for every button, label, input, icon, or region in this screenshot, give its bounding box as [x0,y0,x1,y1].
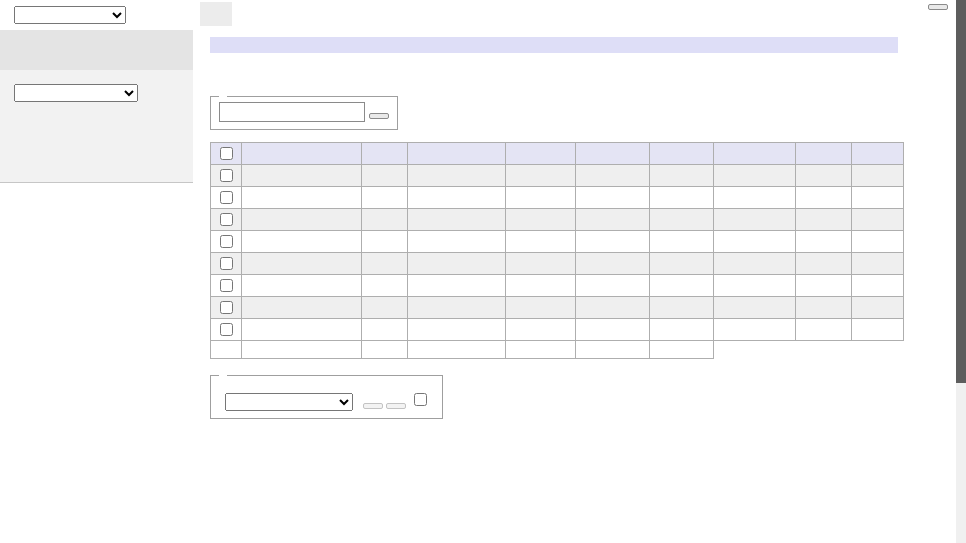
table-row [211,187,904,209]
data-free-cell [650,231,714,253]
data-free-cell [650,165,714,187]
auto-increment-cell [714,297,796,319]
comment-cell [852,165,904,187]
column-header [714,143,796,165]
column-header [362,143,408,165]
data-free-cell [650,187,714,209]
sidebar-main-links [10,118,183,158]
scrollbar-thumb[interactable] [956,0,966,383]
table-row [211,209,904,231]
rows-count-cell [796,253,852,275]
data-length-cell [506,231,576,253]
engine-cell [362,187,408,209]
row-checkbox-cell [211,187,242,209]
collation-cell [408,165,506,187]
data-free-cell [650,209,714,231]
table-row [211,319,904,341]
column-header [408,143,506,165]
auto-increment-cell [714,275,796,297]
row-checkbox[interactable] [220,323,233,336]
column-header [242,143,362,165]
comment-cell [852,209,904,231]
table-row [211,253,904,275]
data-length-cell [506,253,576,275]
column-header [506,143,576,165]
total-engine-cell [362,341,408,359]
row-checkbox[interactable] [220,191,233,204]
db-selector-row [0,70,193,106]
row-checkbox[interactable] [220,279,233,292]
comment-cell [852,231,904,253]
row-checkbox[interactable] [220,257,233,270]
total-collation-cell [408,341,506,359]
index-length-cell [576,319,650,341]
total-row [211,341,904,359]
rows-count-cell [796,209,852,231]
selected-fieldset [210,375,443,419]
engine-cell [362,275,408,297]
search-input[interactable] [219,102,365,122]
data-free-cell [650,297,714,319]
index-length-cell [576,253,650,275]
table-row [211,165,904,187]
auto-increment-cell [714,253,796,275]
vertical-scrollbar[interactable] [956,0,966,543]
row-checkbox[interactable] [220,169,233,182]
tables-overview-table [210,142,904,359]
index-length-cell [576,231,650,253]
rows-count-cell [796,165,852,187]
overwrite-checkbox[interactable] [414,393,427,406]
row-checkbox[interactable] [220,235,233,248]
row-checkbox-cell [211,165,242,187]
comment-cell [852,297,904,319]
engine-cell [362,209,408,231]
column-header [796,143,852,165]
tables-table-foot [211,341,904,359]
row-checkbox[interactable] [220,301,233,314]
data-free-cell [650,275,714,297]
collation-cell [408,319,506,341]
row-checkbox-cell [211,275,242,297]
index-length-cell [576,297,650,319]
comment-cell [852,275,904,297]
table-name-cell [242,297,362,319]
total-data-length-cell [506,341,576,359]
row-checkbox-cell [211,231,242,253]
total-empty-cell [714,341,904,359]
total-checkbox-cell [211,341,242,359]
engine-cell [362,231,408,253]
search-button[interactable] [369,113,389,119]
table-name-cell [242,275,362,297]
index-length-cell [576,209,650,231]
logout-button[interactable] [928,4,948,10]
data-length-cell [506,209,576,231]
adminer-logo [0,30,193,70]
rows-count-cell [796,231,852,253]
move-button[interactable] [363,403,383,409]
move-database-select[interactable] [225,393,353,411]
row-checkbox[interactable] [220,213,233,226]
auto-increment-cell [714,187,796,209]
table-name-cell [242,165,362,187]
page-layout [0,0,956,543]
auto-increment-cell [714,319,796,341]
column-header [576,143,650,165]
table-row [211,275,904,297]
table-row [211,297,904,319]
main-content [200,0,956,543]
tables-table-head [211,143,904,165]
data-length-cell [506,275,576,297]
auto-increment-cell [714,231,796,253]
total-label-cell [242,341,362,359]
table-name-cell [242,187,362,209]
db-select[interactable] [14,84,138,102]
collation-cell [408,275,506,297]
language-select[interactable] [14,6,126,24]
index-length-cell [576,187,650,209]
index-length-cell [576,165,650,187]
select-all-checkbox[interactable] [220,147,233,160]
copy-button[interactable] [386,403,406,409]
auto-increment-cell [714,209,796,231]
index-length-cell [576,275,650,297]
auto-increment-cell [714,165,796,187]
